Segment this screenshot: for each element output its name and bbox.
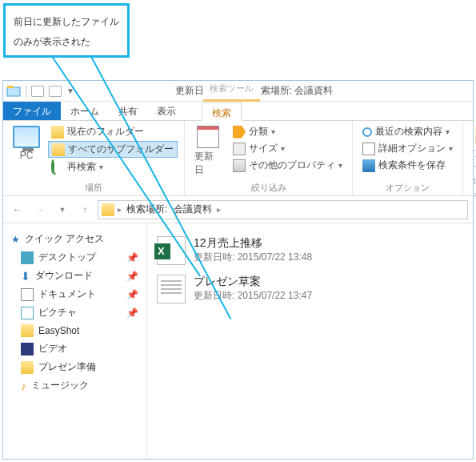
nav-pane: ★クイック アクセス デスクトップ📌 ⬇ダウンロード📌 ドキュメント📌 ピクチャ… <box>3 223 147 459</box>
callout-line2: のみが表示された <box>14 36 90 47</box>
file-name: 12月売上推移 <box>194 236 312 251</box>
folder-icon <box>102 203 114 216</box>
kind-button[interactable]: 分類▾ <box>230 124 346 139</box>
file-meta: 更新日時: 2015/07/22 13:47 <box>194 289 312 303</box>
size-icon <box>233 143 246 155</box>
pictures-icon <box>21 307 34 319</box>
svg-rect-0 <box>7 87 20 96</box>
tab-view[interactable]: 表示 <box>147 102 186 120</box>
callout-line1: 前日に更新したファイル <box>14 16 119 27</box>
ribbon-tabs: ファイル ホーム 共有 表示 検索 <box>3 102 473 121</box>
ribbon-group-open: ファイル 場所を <box>463 121 476 195</box>
breadcrumb-label: 検索場所: <box>125 203 169 216</box>
breadcrumb-location[interactable]: 会議資料 <box>172 203 214 216</box>
sidebar-item-pictures[interactable]: ピクチャ📌 <box>6 303 143 322</box>
group-label-refine: 絞り込み <box>191 180 346 194</box>
chevron-right-icon: ▸ <box>217 205 221 214</box>
app-icon <box>6 84 21 98</box>
music-icon: ♪ <box>21 380 26 392</box>
address-bar[interactable]: ▸ 検索場所: 会議資料 ▸ <box>98 200 468 219</box>
sidebar-item-downloads[interactable]: ⬇ダウンロード📌 <box>6 267 143 285</box>
pc-button[interactable]: PC <box>10 124 43 175</box>
ribbon: PC 現在のフォルダー すべてのサブフォルダー 再検索▾ 場所 更新日 分類▾ … <box>3 121 473 196</box>
titlebar: ▼ 検索ツール 更新日時：今日 - 検索場所: 会議資料 <box>3 81 473 102</box>
folder-icon <box>52 143 65 156</box>
explorer-window: ▼ 検索ツール 更新日時：今日 - 検索場所: 会議資料 ファイル ホーム 共有… <box>2 80 474 460</box>
video-icon <box>21 343 34 356</box>
qat-button-1[interactable] <box>31 86 44 97</box>
contextual-tab-header: 検索ツール <box>203 81 260 102</box>
all-subfolders-button[interactable]: すべてのサブフォルダー <box>48 141 178 158</box>
pin-icon: 📌 <box>126 289 138 300</box>
other-properties-button[interactable]: その他のプロパティ▾ <box>230 158 346 173</box>
pin-icon: 📌 <box>126 271 138 282</box>
chevron-right-icon: ▸ <box>118 205 122 214</box>
svg-rect-1 <box>7 86 14 88</box>
save-icon <box>362 159 375 172</box>
search-icon <box>51 161 64 174</box>
recent-searches-button[interactable]: 最近の検索内容▾ <box>359 124 456 139</box>
pin-icon: 📌 <box>126 252 138 263</box>
content-area: ★クイック アクセス デスクトップ📌 ⬇ダウンロード📌 ドキュメント📌 ピクチャ… <box>3 223 473 459</box>
properties-icon <box>233 159 246 172</box>
tab-share[interactable]: 共有 <box>109 102 147 120</box>
annotation-callout: 前日に更新したファイル のみが表示された <box>3 3 130 58</box>
search-results: X 12月売上推移 更新日時: 2015/07/22 13:48 プレゼン草案 … <box>147 223 473 459</box>
file-meta: 更新日時: 2015/07/22 13:48 <box>194 251 312 264</box>
current-folder-button[interactable]: 現在のフォルダー <box>48 124 178 139</box>
quick-access-header[interactable]: ★クイック アクセス <box>6 230 143 248</box>
size-button[interactable]: サイズ▾ <box>230 141 346 156</box>
divider <box>26 85 26 98</box>
ribbon-group-refine: 更新日 分類▾ サイズ▾ その他のプロパティ▾ 絞り込み <box>185 121 353 195</box>
pc-icon <box>13 126 40 148</box>
qat-button-2[interactable] <box>49 86 62 97</box>
tab-search[interactable]: 検索 <box>202 102 242 121</box>
star-icon: ★ <box>11 234 20 245</box>
save-search-button[interactable]: 検索条件を保存 <box>359 158 456 173</box>
file-item[interactable]: プレゼン草案 更新日時: 2015/07/22 13:47 <box>155 270 465 308</box>
research-button[interactable]: 再検索▾ <box>48 159 178 175</box>
sidebar-item-music[interactable]: ♪ミュージック <box>6 376 143 395</box>
group-label-location: 場所 <box>10 180 178 194</box>
recent-icon <box>362 127 372 137</box>
sidebar-item-documents[interactable]: ドキュメント📌 <box>6 285 143 303</box>
sidebar-item-easyshot[interactable]: EasyShot <box>6 322 143 339</box>
group-label-options: オプション <box>359 180 456 194</box>
folder-icon <box>21 324 34 337</box>
sidebar-item-desktop[interactable]: デスクトップ📌 <box>6 248 143 267</box>
tab-file[interactable]: ファイル <box>3 102 61 120</box>
back-button[interactable]: ← <box>8 200 27 219</box>
up-button[interactable]: ↑ <box>75 200 94 219</box>
document-icon <box>21 288 34 301</box>
folder-icon <box>21 361 34 374</box>
desktop-icon <box>21 251 34 264</box>
advanced-icon <box>362 143 375 155</box>
history-dropdown[interactable]: ▼ <box>53 200 72 219</box>
folder-icon <box>51 126 64 139</box>
pin-icon: 📌 <box>126 307 138 319</box>
text-file-icon <box>157 275 186 303</box>
advanced-options-button[interactable]: 詳細オプション▾ <box>359 141 456 156</box>
chevron-down-icon: ▾ <box>99 163 103 171</box>
open-file-location-button: ファイル 場所を <box>470 124 476 204</box>
sidebar-item-presentation[interactable]: プレゼン準備 <box>6 358 143 376</box>
calendar-icon <box>197 126 219 148</box>
nav-bar: ← → ▼ ↑ ▸ 検索場所: 会議資料 ▸ <box>3 196 473 223</box>
download-icon: ⬇ <box>21 270 30 283</box>
sidebar-item-videos[interactable]: ビデオ <box>6 339 143 358</box>
date-modified-button[interactable]: 更新日 <box>191 124 225 179</box>
ribbon-group-options: 最近の検索内容▾ 詳細オプション▾ 検索条件を保存 オプション <box>353 121 463 195</box>
tag-icon <box>233 126 246 139</box>
forward-button[interactable]: → <box>30 200 50 219</box>
